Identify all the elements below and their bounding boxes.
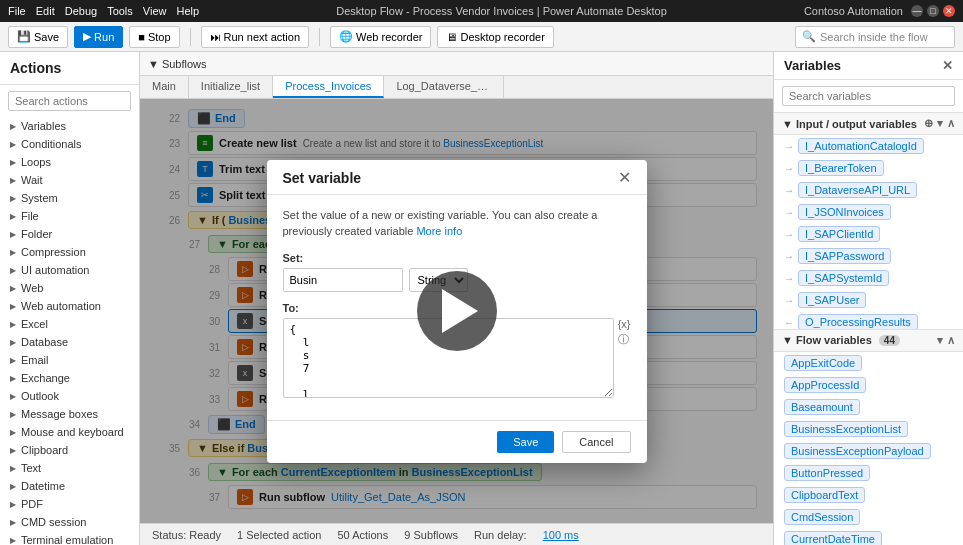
var-sap-password[interactable]: → I_SAPPassword: [774, 245, 963, 267]
action-item-mouse-keyboard[interactable]: Mouse and keyboard: [0, 423, 139, 441]
action-item-loops[interactable]: Loops: [0, 153, 139, 171]
var-bearer-token[interactable]: → I_BearerToken: [774, 157, 963, 179]
variables-close-button[interactable]: ✕: [942, 58, 953, 73]
title-bar-left: File Edit Debug Tools View Help: [8, 5, 199, 17]
filter-icon[interactable]: ▾: [937, 334, 943, 347]
status-ready: Status: Ready: [152, 529, 221, 541]
modal-save-button[interactable]: Save: [497, 431, 554, 453]
action-item-outlook[interactable]: Outlook: [0, 387, 139, 405]
var-arrow-icon: →: [784, 273, 794, 284]
menu-debug[interactable]: Debug: [65, 5, 97, 17]
action-item-wait[interactable]: Wait: [0, 171, 139, 189]
action-item-compression[interactable]: Compression: [0, 243, 139, 261]
action-item-database[interactable]: Database: [0, 333, 139, 351]
save-button[interactable]: 💾 Save: [8, 26, 68, 48]
var-sap-user[interactable]: → I_SAPUser: [774, 289, 963, 311]
var-json-invoices[interactable]: → I_JSONInvoices: [774, 201, 963, 223]
filter-icon[interactable]: ▾: [937, 117, 943, 130]
tabs-bar: Main Initialize_list Process_Invoices Lo…: [140, 76, 773, 99]
flow-vars-section-header[interactable]: ▼ Flow variables 44 ▾ ∧: [774, 329, 963, 352]
action-item-pdf[interactable]: PDF: [0, 495, 139, 513]
actions-search-input[interactable]: [8, 91, 131, 111]
action-item-system[interactable]: System: [0, 189, 139, 207]
tab-process-invoices[interactable]: Process_Invoices: [273, 76, 384, 98]
expand-icon: [10, 427, 16, 437]
collapse-section-icon[interactable]: ∧: [947, 334, 955, 347]
var-dataverse-api-url[interactable]: → I_DataverseAPI_URL: [774, 179, 963, 201]
action-item-conditionals[interactable]: Conditionals: [0, 135, 139, 153]
more-info-link[interactable]: More info: [416, 225, 462, 237]
var-button-pressed[interactable]: ButtonPressed: [774, 462, 963, 484]
add-variable-icon[interactable]: ⊕: [924, 117, 933, 130]
var-clipboard-text[interactable]: ClipboardText: [774, 484, 963, 506]
action-item-email[interactable]: Email: [0, 351, 139, 369]
flow-search[interactable]: 🔍 Search inside the flow: [795, 26, 955, 48]
var-processing-results[interactable]: ← O_ProcessingResults: [774, 311, 963, 329]
modal-close-button[interactable]: ✕: [618, 170, 631, 186]
var-sap-client-id[interactable]: → I_SAPClientId: [774, 223, 963, 245]
action-item-exchange[interactable]: Exchange: [0, 369, 139, 387]
var-cmd-session[interactable]: CmdSession: [774, 506, 963, 528]
run-button[interactable]: ▶ Run: [74, 26, 123, 48]
var-app-exit-code[interactable]: AppExitCode: [774, 352, 963, 374]
collapse-section-icon[interactable]: ∧: [947, 117, 955, 130]
subflows-button[interactable]: ▼ Subflows: [148, 58, 207, 70]
play-button-overlay[interactable]: [417, 271, 497, 351]
var-arrow-icon: →: [784, 251, 794, 262]
menu-edit[interactable]: Edit: [36, 5, 55, 17]
minimize-button[interactable]: —: [911, 5, 923, 17]
action-item-terminal[interactable]: Terminal emulation: [0, 531, 139, 545]
modal-cancel-button[interactable]: Cancel: [562, 431, 630, 453]
action-item-variables[interactable]: Variables: [0, 117, 139, 135]
run-delay-value[interactable]: 100 ms: [543, 529, 579, 541]
run-next-button[interactable]: ⏭ Run next action: [201, 26, 309, 48]
set-input[interactable]: [283, 268, 403, 292]
action-item-web[interactable]: Web: [0, 279, 139, 297]
status-bar: Status: Ready 1 Selected action 50 Actio…: [140, 523, 773, 545]
modal-overlay[interactable]: Set variable ✕ Set the value of a new or…: [140, 99, 773, 523]
maximize-button[interactable]: □: [927, 5, 939, 17]
action-item-file[interactable]: File: [0, 207, 139, 225]
variable-picker-button[interactable]: {x}: [618, 318, 631, 330]
action-item-datetime[interactable]: Datetime: [0, 477, 139, 495]
action-item-ui-automation[interactable]: UI automation: [0, 261, 139, 279]
modal-header: Set variable ✕: [267, 160, 647, 195]
var-app-process-id[interactable]: AppProcessId: [774, 374, 963, 396]
close-button[interactable]: ✕: [943, 5, 955, 17]
play-triangle-icon: [442, 289, 478, 333]
expand-icon: [10, 409, 16, 419]
var-business-exception-list[interactable]: BusinessExceptionList: [774, 418, 963, 440]
var-baseamount[interactable]: Baseamount: [774, 396, 963, 418]
action-item-web-automation[interactable]: Web automation: [0, 297, 139, 315]
menu-file[interactable]: File: [8, 5, 26, 17]
web-recorder-button[interactable]: 🌐 Web recorder: [330, 26, 431, 48]
action-item-text[interactable]: Text: [0, 459, 139, 477]
action-item-excel[interactable]: Excel: [0, 315, 139, 333]
var-automation-catalog-id[interactable]: → I_AutomationCatalogId: [774, 135, 963, 157]
action-item-message-boxes[interactable]: Message boxes: [0, 405, 139, 423]
variables-search-input[interactable]: [782, 86, 955, 106]
flow-scroll[interactable]: 22 ⬛ End 23 ≡ Create new list Create a n…: [140, 99, 773, 523]
input-output-section-header[interactable]: ▼ Input / output variables ⊕ ▾ ∧: [774, 112, 963, 135]
run-icon: ▶: [83, 30, 91, 43]
action-item-clipboard[interactable]: Clipboard: [0, 441, 139, 459]
var-business-exception-payload[interactable]: BusinessExceptionPayload: [774, 440, 963, 462]
stop-button[interactable]: ■ Stop: [129, 26, 179, 48]
tab-initialize-list[interactable]: Initialize_list: [189, 76, 273, 98]
action-item-cmd[interactable]: CMD session: [0, 513, 139, 531]
var-sap-system-id[interactable]: → I_SAPSystemId: [774, 267, 963, 289]
stop-icon: ■: [138, 31, 145, 43]
menu-help[interactable]: Help: [176, 5, 199, 17]
menu-tools[interactable]: Tools: [107, 5, 133, 17]
tab-main[interactable]: Main: [140, 76, 189, 98]
tab-log-dataverse[interactable]: Log_Dataverse_Document_Qu...: [384, 76, 504, 98]
desktop-recorder-button[interactable]: 🖥 Desktop recorder: [437, 26, 553, 48]
flow-vars-list: AppExitCode AppProcessId Baseamount Busi…: [774, 352, 963, 546]
expand-icon: [10, 319, 16, 329]
menu-view[interactable]: View: [143, 5, 167, 17]
title-bar: File Edit Debug Tools View Help Desktop …: [0, 0, 963, 22]
expression-help-button[interactable]: ⓘ: [618, 332, 631, 347]
expand-icon: [10, 463, 16, 473]
action-item-folder[interactable]: Folder: [0, 225, 139, 243]
var-current-datetime[interactable]: CurrentDateTime: [774, 528, 963, 546]
